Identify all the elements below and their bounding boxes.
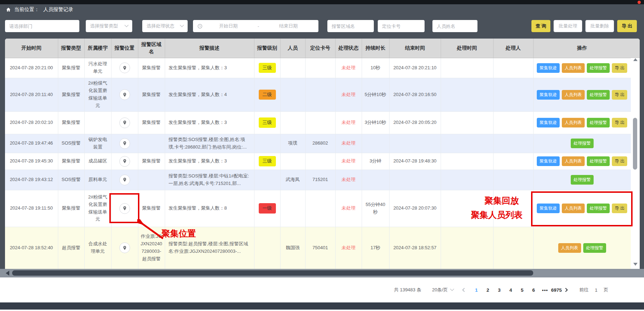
column-header-5: 报警描述: [165, 39, 254, 58]
end-date-placeholder[interactable]: 结束日期: [263, 23, 314, 29]
cell-alarm-type: 聚集报警: [58, 190, 84, 227]
goto-page-input[interactable]: 1: [592, 287, 600, 293]
action-list-button[interactable]: 人员列表: [562, 118, 585, 127]
vscroll-up-arrow-icon[interactable]: [633, 58, 638, 61]
footer-edge: [0, 310, 644, 311]
page-number-1[interactable]: 1: [471, 287, 482, 293]
cell-handle-status: 未处理: [335, 170, 362, 190]
alarm-location-pin-icon[interactable]: [119, 62, 130, 73]
hscroll-left-arrow-icon[interactable]: [6, 271, 9, 276]
action-track-button[interactable]: 聚集轨迹: [537, 204, 560, 213]
start-date-placeholder[interactable]: 开始日期: [203, 23, 254, 29]
card-number-input[interactable]: [378, 20, 425, 32]
cell-card-number: 715201: [305, 170, 335, 190]
action-list-button[interactable]: 人员列表: [562, 156, 585, 166]
alarm-level-badge: 三级: [259, 117, 276, 128]
cell-card-number: [305, 153, 335, 170]
cell-description: 发生聚集报警，聚集人数：3: [165, 58, 254, 78]
cell-building: 成品罐区: [84, 153, 111, 170]
cell-start-time: 2024-07-28 18:52:40: [5, 227, 58, 269]
alarm-location-pin-icon[interactable]: [119, 175, 130, 185]
cell-alarm-type: SOS报警: [58, 170, 84, 190]
filter-bar: 选择报警类型 选择处理状态 开始日期 - 结束日期 查 询 批量处理 批量删除 …: [0, 20, 644, 32]
cell-handle-time: [441, 111, 493, 134]
action-list-button[interactable]: 人员列表: [562, 90, 585, 100]
cell-actions: 处理报警: [533, 134, 631, 153]
alarm-location-pin-icon[interactable]: [119, 138, 130, 149]
clock-icon: [197, 24, 203, 29]
hscrollbar-thumb[interactable]: [12, 270, 533, 276]
alarm-area-input[interactable]: [327, 20, 374, 32]
action-export-button[interactable]: 导 出: [612, 118, 627, 127]
cell-actions: 聚集轨迹人员列表处理报警导 出: [533, 153, 631, 170]
action-export-button[interactable]: 导 出: [612, 63, 627, 73]
action-track-button[interactable]: 聚集轨迹: [537, 63, 560, 73]
action-handle-button[interactable]: 处理报警: [587, 156, 610, 166]
action-track-button[interactable]: 聚集轨迹: [537, 156, 560, 166]
action-handle-button[interactable]: 处理报警: [571, 139, 594, 148]
cell-person: 魏国强: [280, 227, 305, 269]
vscrollbar-thumb[interactable]: [633, 118, 637, 170]
cell-alarm-type: 聚集报警: [58, 58, 84, 78]
page-number-2[interactable]: 2: [482, 287, 494, 293]
action-list-button[interactable]: 人员列表: [562, 204, 585, 213]
action-track-button[interactable]: 聚集轨迹: [537, 90, 560, 100]
cell-handle-time: [441, 170, 493, 190]
table-row: 2024-07-28 20:21:00聚集报警污水处理单元聚集报警发生聚集报警，…: [5, 58, 631, 78]
action-handle-button[interactable]: 处理报警: [583, 243, 606, 253]
query-button[interactable]: 查 询: [531, 20, 550, 32]
action-handle-button[interactable]: 处理报警: [587, 63, 610, 73]
cell-card-number: [305, 111, 335, 134]
alarm-location-pin-icon[interactable]: [119, 203, 130, 214]
batch-delete-button[interactable]: 批量删除: [585, 20, 614, 32]
action-list-button[interactable]: 人员列表: [562, 63, 585, 73]
batch-handle-button[interactable]: 批量处理: [554, 20, 582, 32]
cell-end-time: 2024-07-28 18:52:57: [389, 227, 441, 269]
cell-card-number: [305, 78, 335, 111]
alarm-location-pin-icon[interactable]: [119, 117, 130, 128]
cell-card-number: [305, 58, 335, 78]
page-number-4[interactable]: 4: [505, 287, 516, 293]
cell-alarm-level: 一级: [254, 190, 280, 227]
page-ellipsis[interactable]: •••: [539, 287, 551, 293]
action-export-button[interactable]: 导 出: [612, 204, 627, 213]
action-handle-button[interactable]: 处理报警: [587, 204, 610, 213]
handle-status-select[interactable]: 选择处理状态: [142, 20, 188, 32]
cell-alarm-location: [111, 78, 138, 111]
action-handle-button[interactable]: 处理报警: [587, 118, 610, 127]
alarm-location-pin-icon[interactable]: [119, 89, 130, 100]
alarm-location-pin-icon[interactable]: [119, 242, 130, 253]
app-root: 当前位置： 人员报警记录 选择报警类型 选择处理状态 开始日期 - 结束日期 查…: [0, 0, 644, 311]
action-export-button[interactable]: 导 出: [612, 90, 627, 100]
page-number-3[interactable]: 3: [494, 287, 505, 293]
action-export-button[interactable]: 导 出: [612, 156, 627, 166]
action-list-button[interactable]: 人员列表: [558, 243, 581, 253]
cell-end-time: [389, 134, 441, 153]
alarm-location-pin-icon[interactable]: [119, 156, 130, 167]
next-page-icon[interactable]: [564, 288, 568, 292]
page-size-select[interactable]: 20条/页: [432, 287, 454, 293]
page-number-6[interactable]: 6: [528, 287, 539, 293]
cell-end-time: 2024-07-28 20:16:50: [389, 78, 441, 111]
person-name-input[interactable]: [432, 20, 477, 32]
cell-duration: [362, 134, 389, 153]
alarm-type-select[interactable]: 选择报警类型: [86, 20, 132, 32]
cell-alarm-level: 二级: [254, 78, 280, 111]
vscroll-down-arrow-icon[interactable]: [633, 263, 638, 266]
department-input[interactable]: [5, 20, 79, 32]
cell-alarm-area: 聚集报警: [138, 78, 165, 111]
cell-handler: [493, 78, 533, 111]
export-button[interactable]: 导 出: [617, 20, 637, 32]
cell-description: 发生聚集报警，聚集人数：3: [165, 153, 254, 170]
action-handle-button[interactable]: 处理报警: [587, 90, 610, 100]
page-number-5[interactable]: 5: [516, 287, 528, 293]
prev-page-icon[interactable]: [462, 288, 466, 292]
date-range-picker[interactable]: 开始日期 - 结束日期: [193, 20, 318, 32]
column-header-11: 结束时间: [389, 39, 441, 58]
cell-end-time: 2024-07-28 20:05:20: [389, 111, 441, 134]
home-icon: [6, 7, 11, 12]
action-handle-button[interactable]: 处理报警: [571, 175, 594, 185]
table-row: 2024-07-28 18:52:40超员报警合成水处理单元作业票:JGJXN2…: [5, 227, 631, 269]
action-track-button[interactable]: 聚集轨迹: [537, 118, 560, 127]
page-number-last[interactable]: 6975: [551, 287, 562, 293]
